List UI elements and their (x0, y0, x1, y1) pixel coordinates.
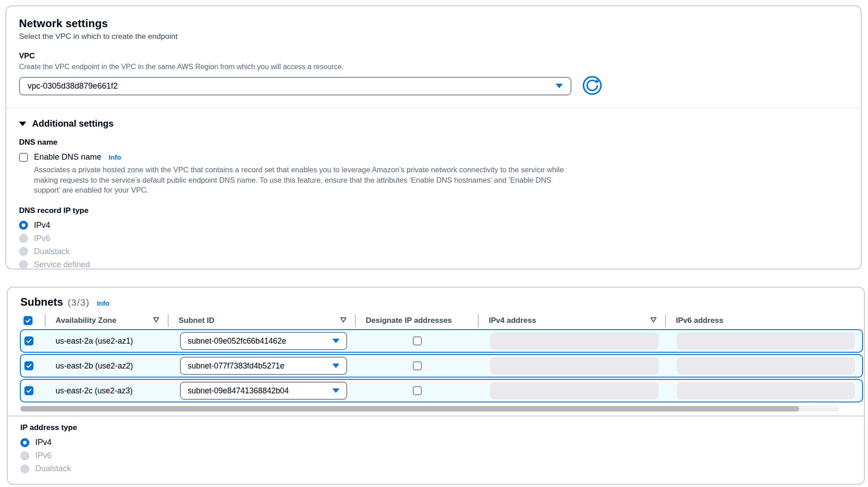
column-header-ipv4-address[interactable]: IPv4 address (478, 314, 665, 327)
chevron-down-icon (332, 364, 340, 368)
radio-label: Service defined (34, 260, 90, 270)
row-checkbox[interactable] (24, 386, 33, 395)
subnet-id-select[interactable]: subnet-09e84741368842b04 (180, 382, 347, 400)
table-row: us-east-2c (use2-az3) subnet-09e84741368… (20, 379, 863, 402)
ipv4-address-field (490, 382, 659, 399)
vpc-description: Create the VPC endpoint in the VPC in th… (19, 63, 848, 71)
ip-address-type-group: IPv4 IPv6 Dualstack (20, 436, 851, 475)
dns-record-ip-type-group: IPv4 IPv6 Dualstack Service defined (19, 219, 848, 271)
radio-label: IPv4 (34, 221, 50, 230)
designate-ip-checkbox[interactable] (413, 386, 422, 395)
table-row: us-east-2b (use2-az2) subnet-077f7383fd4… (20, 354, 863, 378)
ipv4-address-field (490, 357, 659, 374)
vpc-select-value: vpc-0305d38d879e661f2 (28, 81, 118, 91)
subnets-table-header: Availability Zone Subnet ID Designate IP… (20, 314, 863, 327)
ipv6-address-field (677, 357, 855, 374)
sort-icon[interactable] (153, 316, 160, 325)
column-label: Designate IP addresses (366, 316, 452, 325)
radio-disabled-icon (19, 234, 28, 243)
subnet-id-value: subnet-077f7383fd4b5271e (188, 361, 284, 371)
enable-dns-name-checkbox-label: Enable DNS name (34, 152, 101, 162)
select-all-checkbox[interactable] (24, 316, 33, 325)
scrollbar-thumb[interactable] (20, 406, 799, 411)
vpc-label: VPC (19, 52, 848, 61)
ip-address-type-label: IP address type (20, 423, 851, 432)
network-settings-subtitle: Select the VPC in which to create the en… (19, 32, 848, 41)
radio-label: Dualstack (35, 464, 71, 473)
radio-label: IPv6 (35, 451, 52, 460)
ipv6-address-field (677, 382, 855, 399)
sort-icon[interactable] (340, 316, 347, 325)
row-checkbox[interactable] (24, 361, 33, 370)
subnets-count: (3/3) (68, 298, 90, 308)
subnet-id-value: subnet-09e84741368842b04 (188, 386, 289, 396)
dns-record-ip-type-label: DNS record IP type (19, 206, 848, 215)
ipv6-address-field (677, 332, 855, 350)
enable-dns-name-checkbox[interactable] (19, 153, 28, 162)
availability-zone-value: us-east-2a (use2-az1) (46, 336, 169, 346)
column-header-ipv6-address: IPv6 address (665, 314, 863, 327)
column-header-designate-ip: Designate IP addresses (355, 314, 478, 327)
dns-name-description: Associates a private hosted zone with th… (34, 165, 574, 195)
radio-option-dualstack: Dualstack (20, 462, 851, 475)
availability-zone-value: us-east-2b (use2-az2) (46, 361, 169, 371)
radio-disabled-icon (19, 247, 28, 256)
radio-option-ipv4[interactable]: IPv4 (19, 219, 848, 232)
network-settings-card: Network settings Select the VPC in which… (5, 5, 862, 270)
radio-option-dualstack: Dualstack (19, 245, 848, 258)
section-divider (6, 107, 861, 108)
refresh-button[interactable] (582, 76, 603, 96)
radio-option-ipv4[interactable]: IPv4 (20, 436, 851, 449)
radio-disabled-icon (20, 464, 29, 473)
radio-option-ipv6: IPv6 (20, 449, 851, 462)
radio-selected-icon[interactable] (19, 221, 28, 230)
subnet-id-value: subnet-09e052fc66b41462e (188, 336, 286, 346)
radio-selected-icon[interactable] (20, 438, 29, 447)
radio-disabled-icon (20, 451, 29, 460)
subnet-id-select[interactable]: subnet-077f7383fd4b5271e (180, 357, 347, 375)
designate-ip-checkbox[interactable] (413, 336, 422, 345)
network-settings-title: Network settings (19, 17, 848, 30)
table-row: us-east-2a (use2-az1) subnet-09e052fc66b… (20, 329, 863, 353)
chevron-down-icon (332, 388, 340, 393)
availability-zone-value: us-east-2c (use2-az3) (46, 386, 169, 396)
chevron-down-icon (556, 84, 563, 88)
dns-name-label: DNS name (19, 138, 848, 147)
subnets-card: Subnets (3/3) Info Availability Zone Sub… (7, 287, 865, 485)
column-header-subnet-id[interactable]: Subnet ID (168, 314, 355, 327)
radio-label: Dualstack (34, 247, 70, 256)
subnet-id-select[interactable]: subnet-09e052fc66b41462e (180, 332, 347, 350)
subnets-title: Subnets (20, 296, 63, 308)
vpc-select[interactable]: vpc-0305d38d879e661f2 (19, 77, 571, 95)
additional-settings-title: Additional settings (32, 118, 113, 129)
chevron-down-icon (332, 339, 340, 343)
column-header-availability-zone[interactable]: Availability Zone (45, 314, 168, 327)
additional-settings-toggle[interactable]: Additional settings (19, 118, 848, 129)
radio-option-service-defined: Service defined (19, 258, 848, 271)
column-label: Availability Zone (56, 316, 116, 325)
ipv4-address-field (490, 332, 659, 350)
designate-ip-checkbox[interactable] (413, 361, 422, 370)
sort-icon[interactable] (650, 316, 657, 325)
radio-label: IPv4 (35, 438, 52, 447)
column-label: IPv4 address (489, 316, 536, 325)
radio-label: IPv6 (34, 234, 50, 243)
expand-caret-icon (19, 122, 26, 126)
radio-disabled-icon (19, 260, 28, 269)
horizontal-scrollbar[interactable] (19, 406, 840, 412)
subnets-info-link[interactable]: Info (97, 299, 109, 307)
dns-name-info-link[interactable]: Info (108, 153, 121, 161)
row-checkbox[interactable] (24, 336, 33, 345)
refresh-icon (582, 75, 603, 97)
column-label: IPv6 address (676, 316, 723, 325)
radio-option-ipv6: IPv6 (19, 232, 848, 245)
column-label: Subnet ID (179, 316, 214, 325)
